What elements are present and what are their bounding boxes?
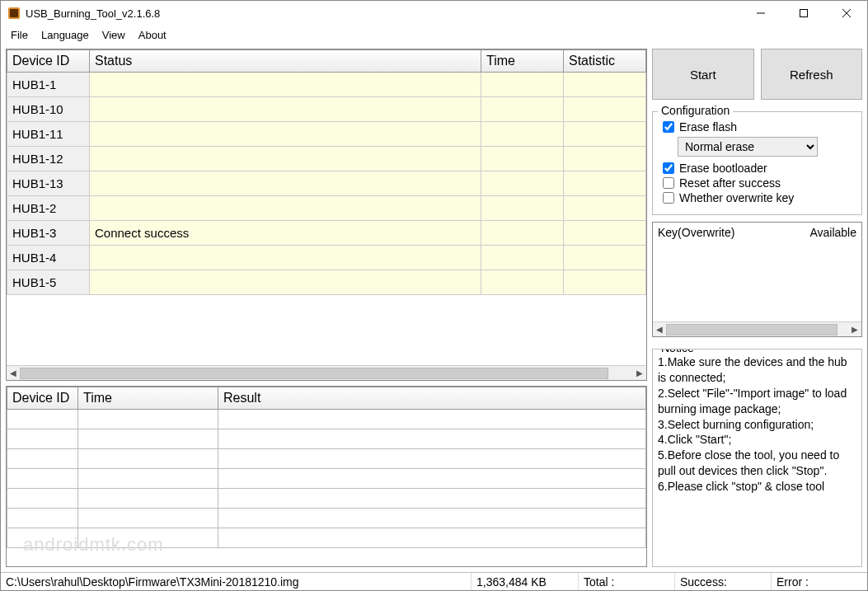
menu-file[interactable]: File — [6, 28, 33, 42]
notice-legend: Notice — [658, 349, 697, 354]
window-title: USB_Burning_Tool_v2.1.6.8 — [26, 7, 737, 20]
col-time[interactable]: Time — [481, 50, 564, 73]
close-button[interactable] — [828, 1, 866, 26]
col-statistic[interactable]: Statistic — [564, 50, 646, 73]
erase-flash-label[interactable]: Erase flash — [679, 120, 737, 134]
scroll-left-icon[interactable]: ◀ — [653, 325, 666, 334]
table-row[interactable]: HUB1-3Connect success — [7, 221, 646, 246]
table-row[interactable]: HUB1-10 — [7, 97, 646, 122]
table-row — [7, 410, 646, 429]
table-row[interactable]: HUB1-11 — [7, 122, 646, 147]
status-path: C:\Users\rahul\Desktop\Firmware\TX3Mini-… — [1, 573, 471, 590]
result-grid[interactable]: Device ID Time Result — [6, 386, 647, 567]
col2-time[interactable]: Time — [78, 387, 218, 410]
refresh-button[interactable]: Refresh — [761, 49, 863, 100]
configuration-legend: Configuration — [658, 104, 733, 117]
key-panel[interactable]: Key(Overwrite) Available ◀ ▶ — [652, 222, 862, 337]
scroll-right-icon[interactable]: ▶ — [848, 325, 861, 334]
table-row — [7, 469, 646, 489]
title-bar: USB_Burning_Tool_v2.1.6.8 — [1, 1, 867, 26]
configuration-group: Configuration Erase flash Normal erase E… — [652, 111, 862, 215]
device-grid[interactable]: Device ID Status Time Statistic HUB1-1HU… — [6, 49, 647, 381]
table-row — [7, 449, 646, 469]
status-success: Success: — [674, 573, 771, 590]
notice-text: 1.Make sure the devices and the hub is c… — [658, 354, 856, 495]
menu-view[interactable]: View — [97, 28, 130, 42]
status-error: Error : — [771, 573, 867, 590]
reset-after-success-checkbox[interactable] — [663, 177, 674, 189]
menu-about[interactable]: About — [134, 28, 171, 42]
table-row[interactable]: HUB1-5 — [7, 270, 646, 295]
table-row[interactable]: HUB1-1 — [7, 73, 646, 97]
scroll-right-icon[interactable]: ▶ — [633, 367, 646, 380]
status-bar: C:\Users\rahul\Desktop\Firmware\TX3Mini-… — [1, 572, 867, 590]
svg-rect-1 — [10, 9, 18, 17]
notice-group: Notice 1.Make sure the devices and the h… — [652, 349, 862, 567]
overwrite-key-label[interactable]: Whether overwrite key — [679, 191, 794, 204]
key-col-available[interactable]: Available — [805, 223, 861, 242]
table-row — [7, 489, 646, 509]
menu-bar: File Language View About — [1, 26, 867, 44]
start-button[interactable]: Start — [652, 49, 754, 100]
table-row[interactable]: HUB1-13 — [7, 171, 646, 196]
overwrite-key-checkbox[interactable] — [663, 192, 674, 204]
col-device-id[interactable]: Device ID — [7, 50, 90, 73]
table-row — [7, 528, 646, 548]
scroll-left-icon[interactable]: ◀ — [7, 367, 20, 380]
col2-result[interactable]: Result — [218, 387, 646, 410]
col2-device-id[interactable]: Device ID — [7, 387, 78, 410]
table-row[interactable]: HUB1-4 — [7, 246, 646, 270]
maximize-button[interactable] — [785, 1, 823, 26]
erase-flash-checkbox[interactable] — [663, 121, 674, 133]
table-row[interactable]: HUB1-12 — [7, 147, 646, 171]
status-total: Total : — [578, 573, 674, 590]
key-panel-hscroll[interactable]: ◀ ▶ — [653, 321, 861, 336]
minimize-button[interactable] — [742, 1, 780, 26]
app-icon — [7, 7, 21, 20]
menu-language[interactable]: Language — [36, 28, 94, 42]
status-size: 1,363,484 KB — [471, 573, 578, 590]
key-col-key[interactable]: Key(Overwrite) — [653, 223, 805, 242]
table-row[interactable]: HUB1-2 — [7, 196, 646, 221]
erase-bootloader-label[interactable]: Erase bootloader — [679, 162, 767, 175]
svg-rect-3 — [800, 10, 808, 17]
table-row — [7, 509, 646, 528]
erase-bootloader-checkbox[interactable] — [663, 162, 674, 174]
reset-after-success-label[interactable]: Reset after success — [679, 176, 781, 190]
device-grid-hscroll[interactable]: ◀ ▶ — [7, 365, 646, 380]
erase-mode-select[interactable]: Normal erase — [678, 137, 818, 157]
table-row — [7, 429, 646, 449]
col-status[interactable]: Status — [90, 50, 481, 73]
